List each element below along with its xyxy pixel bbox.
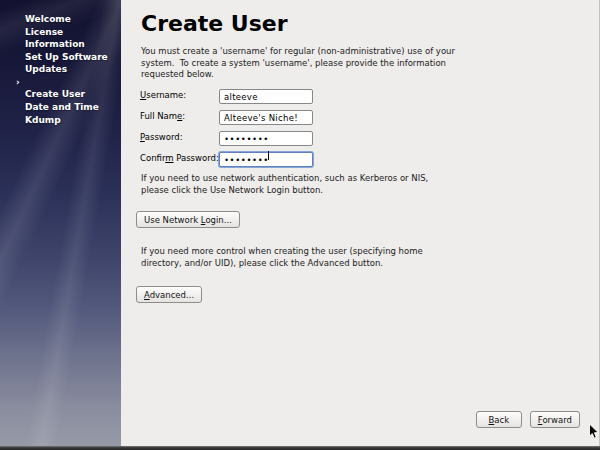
bottom-edge-strip bbox=[0, 446, 600, 450]
step-date-and-time: Date and Time bbox=[25, 101, 115, 113]
user-form: Username: Full Name: Password: Confirm P… bbox=[140, 84, 313, 168]
network-auth-text: If you need to use network authenticatio… bbox=[141, 173, 428, 196]
fullname-input[interactable] bbox=[219, 110, 313, 125]
step-welcome: Welcome bbox=[25, 13, 115, 25]
step-create-user-label: Create User bbox=[25, 89, 85, 99]
forward-button[interactable]: Forward bbox=[530, 411, 580, 428]
wizard-step-list: Welcome License Information Set Up Softw… bbox=[0, 0, 121, 126]
advanced-line: If you need more control when creating t… bbox=[141, 246, 423, 258]
step-kdump: Kdump bbox=[25, 114, 115, 126]
current-step-arrow-icon: › bbox=[16, 76, 20, 88]
intro-text: You must create a 'username' for regular… bbox=[141, 46, 455, 81]
fullname-label: Full Name: bbox=[140, 111, 219, 121]
page-title: Create User bbox=[141, 11, 288, 36]
step-license-information: License Information bbox=[25, 26, 115, 50]
step-software-updates: Set Up Software Updates bbox=[25, 51, 115, 75]
username-row: Username: bbox=[140, 84, 313, 105]
confirm-password-row: Confirm Password: bbox=[140, 147, 313, 168]
password-input[interactable] bbox=[219, 131, 313, 146]
intro-line: You must create a 'username' for regular… bbox=[141, 46, 455, 58]
fullname-row: Full Name: bbox=[140, 105, 313, 126]
advanced-line: directory, and/or UID), please click the… bbox=[141, 258, 423, 270]
firstboot-window: Welcome License Information Set Up Softw… bbox=[0, 0, 600, 450]
use-network-login-button[interactable]: Use Network Login... bbox=[136, 211, 240, 228]
intro-line: requested below. bbox=[141, 69, 455, 81]
network-auth-line: please click the Use Network Login butto… bbox=[141, 185, 428, 197]
network-auth-line: If you need to use network authenticatio… bbox=[141, 173, 428, 185]
intro-line: system. To create a system 'username', p… bbox=[141, 58, 455, 70]
confirm-password-input[interactable] bbox=[219, 152, 313, 167]
mouse-cursor-icon bbox=[588, 423, 600, 441]
wizard-sidebar: Welcome License Information Set Up Softw… bbox=[0, 0, 121, 446]
username-input[interactable] bbox=[219, 89, 313, 104]
confirm-password-label: Confirm Password: bbox=[140, 153, 219, 163]
step-create-user-current: ›Create User bbox=[25, 76, 115, 100]
advanced-button[interactable]: Advanced... bbox=[136, 286, 202, 303]
text-caret bbox=[268, 151, 269, 160]
username-label: Username: bbox=[140, 90, 219, 100]
password-label: Password: bbox=[140, 132, 219, 142]
create-user-panel: Create User You must create a 'username'… bbox=[121, 0, 600, 446]
wizard-nav-buttons: Back Forward bbox=[476, 411, 580, 428]
advanced-text: If you need more control when creating t… bbox=[141, 246, 423, 269]
password-row: Password: bbox=[140, 126, 313, 147]
back-button[interactable]: Back bbox=[476, 411, 522, 428]
